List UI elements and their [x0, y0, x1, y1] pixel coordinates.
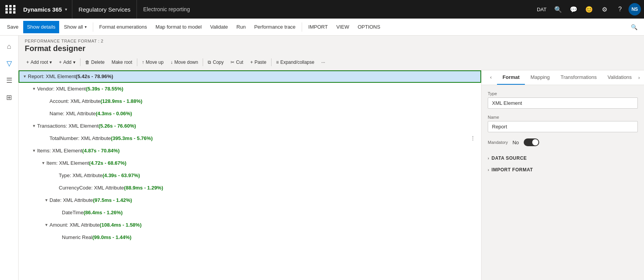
sidebar-bookmarks-icon[interactable]: ☰ — [2, 73, 17, 88]
move-up-button[interactable]: ↑ Move up — [139, 57, 167, 68]
brand-chevron-icon: ▾ — [65, 7, 67, 12]
tree-row[interactable]: ▼ Vendor: XML Element (5.39s - 78.55%) — [19, 83, 481, 95]
left-sidebar: ⌂ ▽ ☰ ⊞ — [0, 36, 19, 280]
tab-format[interactable]: Format — [497, 70, 525, 85]
environment-label: DAT — [534, 7, 550, 12]
sidebar-workspaces-icon[interactable]: ⊞ — [2, 90, 17, 105]
make-root-button[interactable]: Make root — [108, 57, 135, 68]
brand-section[interactable]: Dynamics 365 ▾ — [19, 0, 72, 19]
tree-row[interactable]: ▼ Report: XML Element (5.42s - 78.96%) — [19, 70, 481, 83]
move-down-button[interactable]: ↓ Move down — [167, 57, 201, 68]
tree-toggle-icon[interactable]: ▼ — [31, 148, 37, 154]
tree-item-label: Amount: XML Attribute — [50, 222, 100, 228]
tree-item-perf: (4.39s - 63.97%) — [102, 172, 140, 178]
move-up-icon: ↑ — [142, 60, 144, 65]
apps-button[interactable] — [3, 0, 19, 19]
more-button[interactable]: ··· — [318, 57, 328, 68]
main-content: PERFORMANCE TRACE FORMAT : 2 Format desi… — [19, 36, 644, 280]
tree-item-label: Numeric Real — [62, 234, 92, 240]
tree-row[interactable]: ▶ Type: XML Attribute (4.39s - 63.97%) — [19, 169, 481, 182]
tree-row[interactable]: ▼ Items: XML Element (4.87s - 70.84%) — [19, 145, 481, 157]
tab-validations[interactable]: Validations — [602, 70, 637, 85]
settings-button[interactable]: ⚙ — [598, 2, 612, 16]
search-nav-button[interactable]: 🔍 — [551, 2, 565, 16]
show-details-button[interactable]: Show details — [23, 21, 60, 33]
tree-item-perf: (5.39s - 78.55%) — [86, 86, 123, 92]
tab-scroll-right-button[interactable]: › — [637, 72, 641, 83]
save-button[interactable]: Save — [3, 21, 22, 33]
sidebar-filter-icon[interactable]: ▽ — [2, 56, 17, 71]
run-button[interactable]: Run — [232, 21, 249, 33]
tree-toggle-icon[interactable]: ▼ — [31, 123, 37, 129]
tree-toggle-icon[interactable]: ▼ — [43, 197, 50, 203]
tree-toggle-icon[interactable]: ▼ — [22, 73, 28, 80]
add-button[interactable]: + Add ▾ — [56, 57, 78, 68]
paste-button[interactable]: + Paste — [247, 57, 270, 68]
tree-toggle-icon[interactable]: ▼ — [43, 222, 50, 228]
main-layout: ⌂ ▽ ☰ ⊞ PERFORMANCE TRACE FORMAT : 2 For… — [0, 36, 644, 280]
command-bar: Save Show details Show all ▾ Format enum… — [0, 19, 644, 36]
breadcrumb: PERFORMANCE TRACE FORMAT : 2 — [25, 39, 638, 43]
tree-item-label: Name: XML Attribute — [50, 111, 96, 116]
tree-item-label: Type: XML Attribute — [59, 172, 102, 178]
content-area: ⋮ ▼ Report: XML Element (5.42s - 78.96%)… — [19, 70, 644, 280]
context-menu-button[interactable]: ⋮ — [467, 132, 478, 143]
mandatory-toggle[interactable] — [524, 138, 539, 146]
tb-separator-2 — [137, 58, 137, 66]
performance-trace-button[interactable]: Performance trace — [250, 21, 299, 33]
tree-row[interactable]: ▶ Name: XML Attribute (4.3ms - 0.06%) — [19, 108, 481, 120]
search-content-button[interactable]: 🔍 — [627, 20, 641, 34]
cut-icon: ✂ — [231, 60, 234, 65]
delete-icon: 🗑 — [85, 60, 90, 65]
map-format-button[interactable]: Map format to model — [152, 21, 205, 33]
name-input[interactable] — [488, 121, 638, 132]
tree-row[interactable]: ▶ Numeric Real (99.0ms - 1.44%) — [19, 231, 481, 244]
add-root-button[interactable]: + Add root ▾ — [23, 57, 55, 68]
tree-row[interactable]: ▶ CurrencyCode: XML Attribute (88.9ms - … — [19, 182, 481, 194]
show-all-button[interactable]: Show all ▾ — [60, 21, 90, 33]
format-enumerations-button[interactable]: Format enumerations — [96, 21, 151, 33]
tree-item-perf: (4.3ms - 0.06%) — [96, 111, 132, 116]
options-button[interactable]: OPTIONS — [354, 21, 384, 33]
tree-row[interactable]: ▼ Item: XML Element (4.72s - 68.67%) — [19, 157, 481, 169]
show-all-chevron-icon: ▾ — [85, 25, 87, 29]
tree-row[interactable]: ▼ Date: XML Attribute (97.5ms - 1.42%) — [19, 194, 481, 207]
tree-row[interactable]: ▼ Amount: XML Attribute (108.4ms - 1.58%… — [19, 219, 481, 231]
tree-row[interactable]: ▶ Account: XML Attribute (128.9ms - 1.88… — [19, 95, 481, 108]
show-all-label: Show all — [64, 24, 83, 30]
chat-button[interactable]: 💬 — [567, 2, 581, 16]
tree-item-perf: (86.4ms - 1.26%) — [84, 210, 123, 215]
tab-mapping[interactable]: Mapping — [525, 70, 555, 85]
page-title: Format designer — [25, 44, 638, 53]
tab-format-back[interactable]: ‹ — [485, 70, 497, 85]
import-button[interactable]: IMPORT — [304, 21, 331, 33]
tree-item-label: Items: XML Element — [37, 148, 82, 154]
tree-item-label: Date: XML Attribute — [50, 197, 93, 203]
tree-row[interactable]: ▼ Transactions: XML Element (5.26s - 76.… — [19, 120, 481, 132]
tree-row[interactable]: ▶ DateTime (86.4ms - 1.26%) — [19, 207, 481, 219]
cut-button[interactable]: ✂ Cut — [227, 57, 246, 68]
data-source-section[interactable]: › DATA SOURCE — [488, 152, 638, 164]
add-label: Add — [63, 60, 71, 65]
tree-row[interactable]: ▶ TotalNumber: XML Attribute (395.3ms - … — [19, 132, 481, 145]
expand-collapse-button[interactable]: ≡ Expand/collapse — [273, 57, 318, 68]
mandatory-label: Mandatory — [488, 140, 508, 145]
delete-label: Delete — [91, 60, 105, 65]
data-source-label: DATA SOURCE — [492, 155, 527, 161]
copy-label: Copy — [213, 60, 224, 65]
copy-button[interactable]: ⧉ Copy — [205, 57, 227, 68]
tree-toggle-icon[interactable]: ▼ — [31, 86, 37, 92]
avatar[interactable]: NS — [629, 3, 641, 15]
user-settings-button[interactable]: 😊 — [582, 2, 596, 16]
tree-toggle-icon[interactable]: ▼ — [40, 160, 46, 166]
import-format-section[interactable]: › IMPORT FORMAT — [488, 164, 638, 176]
module-name: Regulatory Services — [72, 0, 137, 19]
expand-collapse-icon: ≡ — [276, 60, 279, 65]
sidebar-home-icon[interactable]: ⌂ — [2, 39, 17, 54]
validate-button[interactable]: Validate — [206, 21, 232, 33]
page-header: PERFORMANCE TRACE FORMAT : 2 Format desi… — [19, 36, 644, 55]
tab-transformations[interactable]: Transformations — [555, 70, 602, 85]
delete-button[interactable]: 🗑 Delete — [82, 57, 108, 68]
help-button[interactable]: ? — [613, 2, 627, 16]
view-button[interactable]: VIEW — [332, 21, 353, 33]
